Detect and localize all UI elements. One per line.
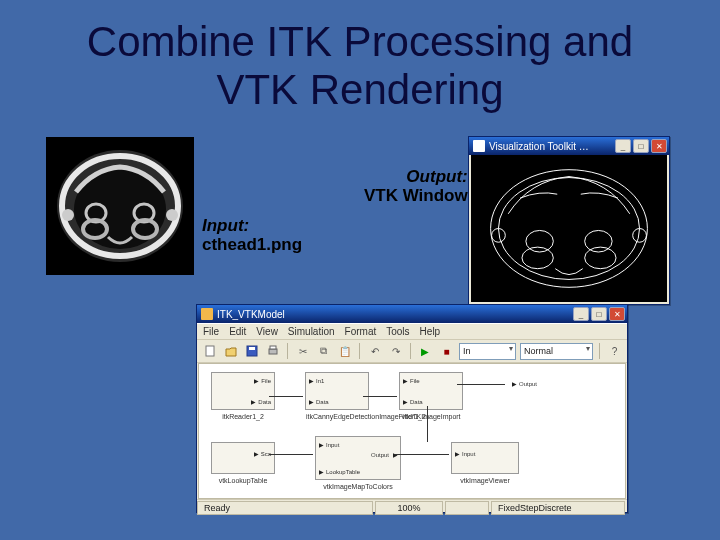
maximize-button[interactable]: □ [591,307,607,321]
toolbar-dropdown-1[interactable]: In [459,343,516,360]
title-line-1: Combine ITK Processing and [87,18,633,65]
output-label-head: Output: [364,168,468,187]
node-label: itkCannyEdgeDetectionImageFilter1_2 [306,413,368,420]
svg-point-8 [62,209,74,221]
node-reader[interactable]: File Data itkReader1_2 [211,372,275,410]
status-zoom: 100% [375,501,443,515]
print-icon[interactable] [264,342,281,361]
redo-icon[interactable]: ↷ [387,342,404,361]
run-icon[interactable]: ▶ [417,342,434,361]
model-designer-window: ITK_VTKModel _ □ ✕ File Edit View Simula… [196,304,628,513]
statusbar: Ready 100% FixedStepDiscrete [197,499,627,516]
svg-rect-21 [249,347,255,350]
wire [269,454,313,455]
wire [427,406,428,442]
node-map-colors[interactable]: Input LookupTable Output vtkImageMapToCo… [315,436,401,480]
toolbar: ✂ ⧉ 📋 ↶ ↷ ▶ ■ In Normal ? [197,340,627,363]
model-app-icon [201,308,213,320]
status-spacer [445,501,489,515]
minimize-button[interactable]: _ [573,307,589,321]
input-label: Input: cthead1.png [202,217,302,254]
menu-simulation[interactable]: Simulation [288,326,335,337]
slide-title: Combine ITK Processing and VTK Rendering [0,18,720,115]
save-icon[interactable] [243,342,260,361]
node-label: itkReader1_2 [212,413,274,420]
node-label: vtkImageMapToColors [316,483,400,490]
svg-rect-23 [270,346,276,349]
wire [269,396,303,397]
title-line-2: VTK Rendering [216,66,503,113]
minimize-button[interactable]: _ [615,139,631,153]
copy-icon[interactable]: ⧉ [315,342,332,361]
node-export[interactable]: File Data vtkITKImageImport [399,372,463,410]
menu-edit[interactable]: Edit [229,326,246,337]
menu-format[interactable]: Format [345,326,377,337]
help-icon[interactable]: ? [606,342,623,361]
input-label-head: Input: [202,216,249,235]
menu-file[interactable]: File [203,326,219,337]
node-viewer[interactable]: Input vtkImageViewer [451,442,519,474]
new-icon[interactable] [201,342,218,361]
node-canny[interactable]: In1 Data itkCannyEdgeDetectionImageFilte… [305,372,369,410]
svg-rect-19 [206,346,214,356]
node-label: vtkITKImageImport [400,413,462,420]
menu-view[interactable]: View [256,326,278,337]
close-button[interactable]: ✕ [609,307,625,321]
input-ct-image [46,137,194,275]
node-label: vtkImageViewer [452,477,518,484]
menubar: File Edit View Simulation Format Tools H… [197,323,627,340]
menu-help[interactable]: Help [420,326,441,337]
undo-icon[interactable]: ↶ [366,342,383,361]
toolbar-separator [410,343,411,359]
wire [395,454,449,455]
vtk-output-window: Visualization Toolkit … _ □ ✕ [468,136,670,305]
svg-rect-22 [269,349,277,354]
vtk-window-caption: Visualization Toolkit … [489,141,615,152]
output-label: Output: VTK Window [364,168,468,205]
paste-icon[interactable]: 📋 [336,342,353,361]
toolbar-separator [599,343,600,359]
close-button[interactable]: ✕ [651,139,667,153]
status-ready: Ready [197,501,373,515]
status-mode: FixedStepDiscrete [491,501,625,515]
open-icon[interactable] [222,342,239,361]
wire [363,396,397,397]
cut-icon[interactable]: ✂ [294,342,311,361]
vtk-titlebar[interactable]: Visualization Toolkit … _ □ ✕ [469,137,669,155]
vtk-render-area[interactable] [471,155,667,302]
model-canvas[interactable]: File Data itkReader1_2 In1 Data itkCanny… [198,363,626,499]
toolbar-separator [359,343,360,359]
node-lookup-table[interactable]: Sca vtkLookupTable [211,442,275,474]
node-output-port[interactable]: Output [509,376,569,402]
output-label-body: VTK Window [364,186,468,205]
toolbar-dropdown-2[interactable]: Normal [520,343,593,360]
stop-icon[interactable]: ■ [438,342,455,361]
model-window-caption: ITK_VTKModel [217,309,573,320]
maximize-button[interactable]: □ [633,139,649,153]
svg-point-9 [166,209,178,221]
menu-tools[interactable]: Tools [386,326,409,337]
model-titlebar[interactable]: ITK_VTKModel _ □ ✕ [197,305,627,323]
input-label-body: cthead1.png [202,235,302,254]
wire [457,384,505,385]
toolbar-separator [287,343,288,359]
vtk-app-icon [473,140,485,152]
node-label: vtkLookupTable [212,477,274,484]
